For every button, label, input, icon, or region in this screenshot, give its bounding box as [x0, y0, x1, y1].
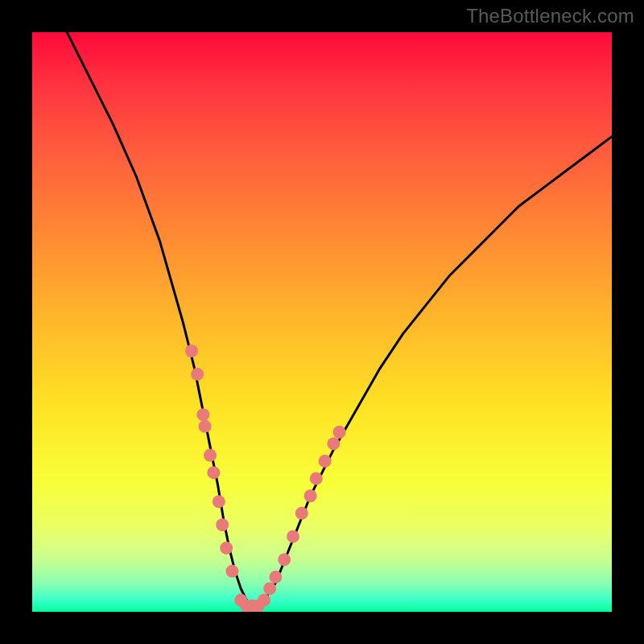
data-marker — [263, 582, 276, 595]
data-marker — [213, 495, 225, 508]
data-marker — [333, 426, 346, 439]
data-marker — [278, 553, 291, 566]
data-marker — [304, 489, 317, 502]
data-marker — [295, 507, 308, 520]
data-marker — [220, 542, 233, 555]
data-marker — [319, 455, 332, 468]
data-marker — [191, 368, 204, 381]
watermark-text: TheBottleneck.com — [466, 5, 634, 27]
data-marker — [310, 472, 323, 485]
chart-frame: TheBottleneck.com — [0, 0, 644, 644]
bottleneck-curve — [67, 32, 612, 606]
plot-area — [32, 32, 612, 612]
data-marker — [196, 408, 209, 421]
data-marker — [269, 571, 282, 584]
bottleneck-curve-svg — [32, 32, 612, 612]
data-marker — [216, 518, 229, 531]
data-marker — [287, 530, 299, 543]
data-marker — [258, 594, 270, 607]
data-marker — [185, 345, 198, 357]
marker-layer — [185, 345, 346, 612]
data-marker — [204, 449, 217, 462]
data-marker — [207, 466, 220, 479]
curve-layer — [67, 32, 612, 606]
data-marker — [199, 420, 212, 433]
data-marker — [225, 565, 238, 578]
data-marker — [327, 437, 340, 450]
